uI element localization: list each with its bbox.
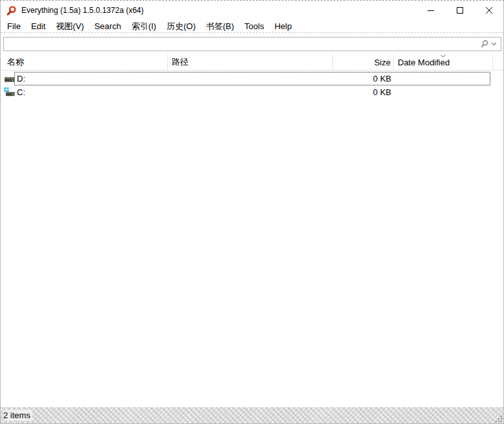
menu-item-view[interactable]: 视图(V)	[51, 20, 89, 33]
column-label: 名称	[7, 56, 24, 68]
system-drive-icon	[4, 87, 15, 98]
size-cell: 0 KB	[333, 87, 394, 97]
window-controls	[416, 1, 503, 20]
drive-label: D:	[17, 74, 25, 84]
close-button[interactable]	[474, 1, 503, 20]
column-label: Date Modified	[398, 58, 450, 67]
column-header-size[interactable]: Size	[333, 54, 394, 70]
search-input[interactable]	[4, 38, 479, 50]
table-row-drive-d[interactable]: D: 0 KB	[1, 72, 503, 85]
menu-item-file[interactable]: File	[2, 21, 26, 32]
table-row-drive-c[interactable]: C: 0 KB	[1, 85, 503, 99]
menu-item-history[interactable]: 历史(O)	[161, 20, 201, 33]
resize-grip-icon[interactable]	[494, 414, 502, 422]
column-header-filler	[493, 54, 503, 70]
column-label: 路径	[172, 56, 189, 68]
column-header-date-modified[interactable]: Date Modified	[394, 54, 493, 70]
column-label: Size	[374, 58, 391, 67]
maximize-button[interactable]	[445, 1, 474, 20]
menu-item-edit[interactable]: Edit	[26, 21, 51, 32]
menu-bar: File Edit 视图(V) Search 索引(I) 历史(O) 书签(B)…	[1, 20, 503, 33]
drive-label: C:	[17, 87, 25, 97]
menu-item-help[interactable]: Help	[269, 21, 297, 32]
menu-item-tools[interactable]: Tools	[239, 21, 269, 32]
search-area	[1, 33, 503, 54]
list-header: 名称 路径 Size Date Modified	[1, 54, 503, 71]
status-bar: 2 items	[1, 407, 503, 423]
maximize-icon	[457, 7, 463, 14]
everything-app-icon	[6, 5, 17, 16]
menu-item-bookmarks[interactable]: 书签(B)	[201, 20, 239, 33]
size-cell: 0 KB	[333, 74, 394, 84]
name-cell: D:	[1, 73, 168, 84]
column-header-name[interactable]: 名称	[1, 54, 168, 70]
title-bar[interactable]: Everything (1.5a) 1.5.0.1372a (x64)	[1, 1, 503, 20]
item-count: 2 items	[3, 410, 32, 421]
window-title: Everything (1.5a) 1.5.0.1372a (x64)	[21, 6, 144, 15]
minimize-button[interactable]	[416, 1, 445, 20]
everything-window: Everything (1.5a) 1.5.0.1372a (x64)	[0, 0, 504, 424]
chevron-down-icon	[491, 42, 497, 46]
column-header-path[interactable]: 路径	[168, 54, 333, 70]
search-box	[3, 37, 501, 51]
hard-drive-icon	[4, 73, 15, 84]
search-icon	[480, 39, 489, 49]
close-icon	[486, 7, 492, 14]
name-cell: C:	[1, 87, 168, 98]
menu-item-search[interactable]: Search	[89, 21, 126, 32]
sort-desc-icon	[441, 54, 446, 58]
search-dropdown-button[interactable]	[479, 38, 501, 50]
minimize-icon	[428, 7, 434, 14]
menu-item-index[interactable]: 索引(I)	[126, 20, 161, 33]
results-list: D: 0 KB C: 0 KB	[1, 71, 503, 407]
